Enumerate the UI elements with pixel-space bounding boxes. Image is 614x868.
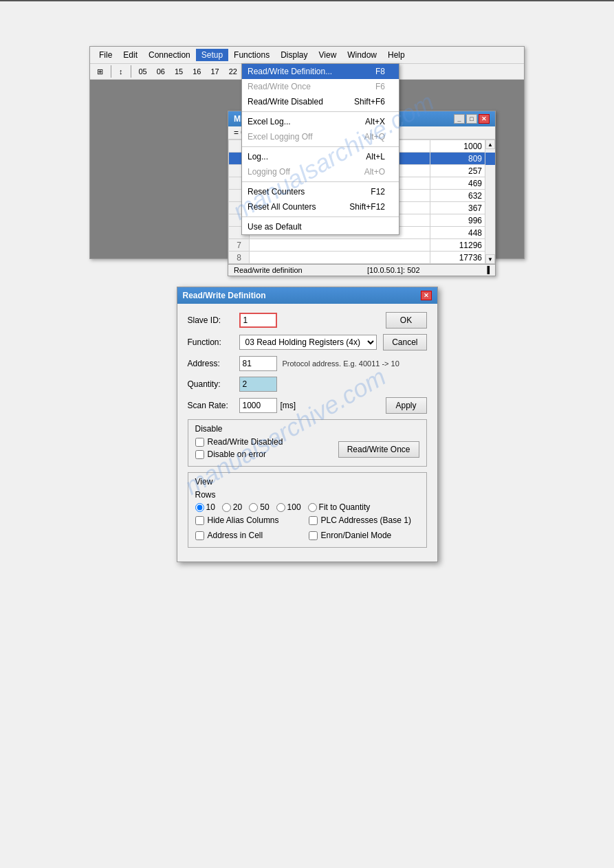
function-label: Function: bbox=[188, 337, 239, 347]
menu-functions[interactable]: Functions bbox=[228, 49, 275, 61]
statusbar-left: Read/write definition bbox=[234, 266, 303, 274]
toolbar-fc-16[interactable]: 16 bbox=[189, 66, 204, 77]
toolbar-fc-05[interactable]: 05 bbox=[135, 66, 151, 77]
rw-titlebar: Read/Write Definition ✕ bbox=[177, 287, 437, 304]
toolbar-sep-2 bbox=[131, 65, 131, 78]
table-row: 7 11296 bbox=[229, 239, 495, 252]
rows-100-radio[interactable] bbox=[276, 503, 285, 512]
mbpoll-title-buttons: _ □ ✕ bbox=[454, 114, 490, 124]
separator-4 bbox=[242, 216, 399, 217]
rows-fit-radio[interactable] bbox=[308, 503, 317, 512]
scan-rate-row: Scan Rate: [ms] Apply bbox=[188, 397, 427, 414]
menu-excel-logging-off: Excel Logging Off Alt+Q bbox=[242, 129, 399, 144]
rows-100-label: 100 bbox=[287, 502, 301, 512]
rw-disabled-label: Read/Write Disabled bbox=[208, 437, 283, 447]
rw-dialog: Read/Write Definition ✕ Slave ID: OK Fun… bbox=[177, 287, 438, 562]
slave-id-label: Slave ID: bbox=[188, 315, 239, 325]
view-title: View bbox=[195, 477, 419, 487]
mbpoll-maximize-btn[interactable]: □ bbox=[466, 114, 477, 124]
menu-window[interactable]: Window bbox=[342, 49, 382, 61]
enron-daniel-checkbox[interactable] bbox=[309, 531, 318, 540]
menu-excel-log[interactable]: Excel Log... Alt+X bbox=[242, 114, 399, 129]
disable-on-error-checkbox[interactable] bbox=[195, 450, 204, 459]
menu-logging-off: Logging Off Alt+O bbox=[242, 164, 399, 179]
toolbar-sep-1 bbox=[111, 65, 111, 78]
rw-close-button[interactable]: ✕ bbox=[421, 291, 432, 300]
address-input[interactable] bbox=[239, 356, 277, 371]
address-in-cell-label: Address in Cell bbox=[208, 531, 263, 540]
hide-alias-label: Hide Alias Columns bbox=[208, 515, 279, 525]
statusbar-right: [10.0.50.1]: 502 bbox=[367, 266, 419, 274]
cancel-button[interactable]: Cancel bbox=[383, 334, 426, 350]
menu-edit[interactable]: Edit bbox=[118, 49, 143, 61]
menu-view[interactable]: View bbox=[314, 49, 342, 61]
rows-10-option: 10 bbox=[195, 502, 215, 512]
menu-rw-disabled[interactable]: Read/Write Disabled Shift+F6 bbox=[242, 94, 399, 109]
menu-rw-definition[interactable]: Read/Write Definition... F8 bbox=[242, 64, 399, 79]
address-row: Address: Protocol address. E.g. 40011 ->… bbox=[188, 356, 427, 371]
apply-button[interactable]: Apply bbox=[386, 397, 427, 414]
address-label: Address: bbox=[188, 359, 239, 368]
table-row: 8 17736 bbox=[229, 252, 495, 264]
toolbar-fc-17[interactable]: 17 bbox=[208, 66, 223, 77]
separator-3 bbox=[242, 181, 399, 182]
rows-20-radio[interactable] bbox=[222, 503, 231, 512]
rw-dialog-title: Read/Write Definition bbox=[183, 291, 266, 300]
mbpoll-minimize-btn[interactable]: _ bbox=[454, 114, 465, 124]
menu-reset-counters[interactable]: Reset Counters F12 bbox=[242, 184, 399, 199]
separator-1 bbox=[242, 111, 399, 112]
quantity-row: Quantity: bbox=[188, 377, 427, 392]
quantity-label: Quantity: bbox=[188, 379, 239, 389]
scrollbar-down[interactable]: ▼ bbox=[485, 254, 495, 264]
plc-addresses-checkbox[interactable] bbox=[309, 516, 318, 525]
rows-50-option: 50 bbox=[249, 502, 269, 512]
rw-disabled-checkbox-row: Read/Write Disabled bbox=[195, 437, 283, 447]
function-select[interactable]: 01 Read Coils (0x) 02 Read Discrete Inpu… bbox=[239, 335, 377, 350]
slave-id-input[interactable] bbox=[239, 313, 277, 328]
scan-rate-label: Scan Rate: bbox=[188, 401, 239, 410]
address-in-cell-checkbox[interactable] bbox=[195, 531, 204, 540]
rows-radio-group: 10 20 50 100 bbox=[195, 502, 419, 512]
menu-display[interactable]: Display bbox=[275, 49, 313, 61]
view-section: View Rows 10 20 50 bbox=[188, 472, 427, 548]
rows-20-option: 20 bbox=[222, 502, 242, 512]
ok-button[interactable]: OK bbox=[386, 312, 427, 329]
menu-connection[interactable]: Connection bbox=[143, 49, 196, 61]
address-in-cell-row: Address in Cell bbox=[195, 531, 306, 540]
toolbar-fc-06[interactable]: 06 bbox=[153, 66, 168, 77]
plc-addresses-row: PLC Addresses (Base 1) bbox=[309, 515, 419, 525]
ms-label: [ms] bbox=[281, 401, 296, 410]
scan-rate-input[interactable] bbox=[239, 398, 277, 413]
quantity-input[interactable] bbox=[239, 377, 277, 392]
rw-content: Slave ID: OK Function: 01 Read Coils (0x… bbox=[177, 304, 437, 561]
view-checkboxes: Hide Alias Columns PLC Addresses (Base 1… bbox=[195, 515, 419, 543]
disable-on-error-checkbox-row: Disable on error bbox=[195, 449, 283, 459]
menu-reset-all-counters[interactable]: Reset All Counters Shift+F12 bbox=[242, 199, 399, 214]
toolbar-btn-2[interactable]: ↕ bbox=[116, 66, 127, 77]
mbpoll-bottom-statusbar: Read/write definition [10.0.50.1]: 502 ▐ bbox=[228, 264, 495, 276]
rows-50-radio[interactable] bbox=[249, 503, 258, 512]
menu-file[interactable]: File bbox=[94, 49, 118, 61]
disable-title: Disable bbox=[195, 424, 419, 434]
rows-10-radio[interactable] bbox=[195, 503, 204, 512]
separator-2 bbox=[242, 146, 399, 147]
menu-help[interactable]: Help bbox=[382, 49, 410, 61]
menu-use-as-default[interactable]: Use as Default bbox=[242, 219, 399, 234]
rw-disabled-checkbox[interactable] bbox=[195, 438, 204, 447]
hide-alias-checkbox[interactable] bbox=[195, 516, 204, 525]
toolbar-fc-22[interactable]: 22 bbox=[226, 66, 241, 77]
slave-id-row: Slave ID: OK bbox=[188, 312, 427, 329]
plc-addresses-label: PLC Addresses (Base 1) bbox=[321, 515, 411, 525]
rows-fit-label: Fit to Quantity bbox=[319, 502, 371, 512]
scrollbar-up[interactable]: ▲ bbox=[485, 140, 495, 149]
rw-once-button[interactable]: Read/Write Once bbox=[338, 441, 419, 458]
menu-setup[interactable]: Setup bbox=[196, 49, 228, 61]
statusbar-indicator: ▐ bbox=[485, 266, 490, 274]
disable-section: Disable Read/Write Disabled Disable on e… bbox=[188, 419, 427, 467]
toolbar-fc-15[interactable]: 15 bbox=[171, 66, 186, 77]
menu-log[interactable]: Log... Alt+L bbox=[242, 149, 399, 164]
rows-50-label: 50 bbox=[260, 502, 269, 512]
mbpoll-close-btn[interactable]: ✕ bbox=[479, 114, 490, 124]
toolbar-btn-1[interactable]: ⊞ bbox=[94, 66, 107, 78]
menu-rw-once: Read/Write Once F6 bbox=[242, 79, 399, 94]
